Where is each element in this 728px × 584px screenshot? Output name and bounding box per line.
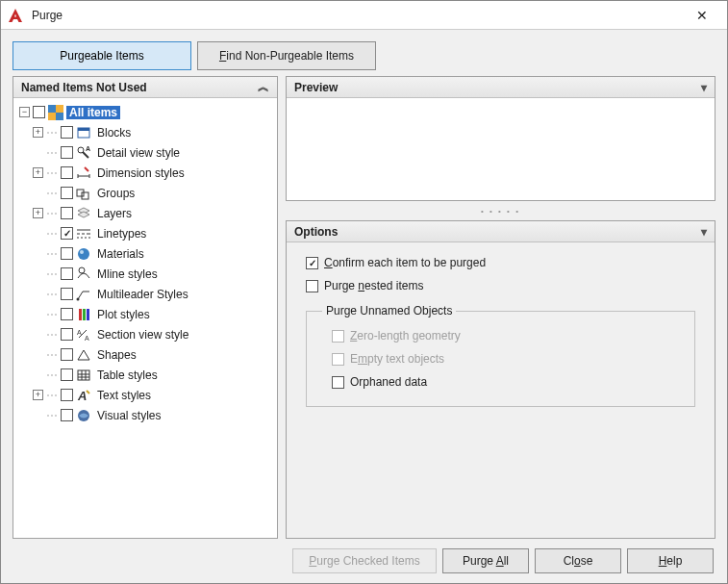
svg-text:A: A xyxy=(77,329,82,336)
tree-item-checkbox[interactable] xyxy=(61,247,73,260)
expand-arrow-icon: ▾ xyxy=(701,81,707,94)
tree-item-label[interactable]: Section view style xyxy=(94,328,191,342)
tree-item-checkbox[interactable] xyxy=(61,267,73,280)
tree-item-checkbox[interactable] xyxy=(61,166,73,179)
tree-item-checkbox[interactable] xyxy=(61,126,73,139)
titlebar: Purge ✕ xyxy=(1,1,727,30)
tree-item-checkbox[interactable] xyxy=(61,389,73,401)
tree-item-checkbox[interactable] xyxy=(61,207,73,219)
tree-connector-icon: ⋯ xyxy=(46,247,58,261)
tree-item-checkbox[interactable] xyxy=(61,368,73,381)
confirm-each-item-checkbox[interactable]: Confirm each item to be purged xyxy=(306,256,695,269)
tab-purgeable-items[interactable]: Purgeable Items xyxy=(13,41,191,70)
dimension-style-icon xyxy=(76,165,91,181)
tree-collapse-toggle[interactable]: − xyxy=(19,107,30,117)
purge-unnamed-group: Purge Unnamed Objects Zero-length geomet… xyxy=(306,304,695,407)
svg-rect-19 xyxy=(78,370,89,380)
tree-item-checkbox[interactable] xyxy=(61,328,73,341)
items-tree[interactable]: − All items + ⋯ Blocks xyxy=(13,98,277,538)
tree-item-checkbox[interactable] xyxy=(61,288,73,300)
purge-nested-checkbox[interactable]: Purge nested items xyxy=(306,279,695,292)
tree-connector-icon: ⋯ xyxy=(46,389,58,402)
preview-title: Preview xyxy=(294,81,338,94)
svg-point-13 xyxy=(77,297,80,300)
help-button[interactable]: Help xyxy=(627,548,714,573)
blocks-icon xyxy=(76,125,91,140)
tree-connector-icon: ⋯ xyxy=(46,267,58,281)
layers-icon xyxy=(76,206,91,221)
materials-icon xyxy=(76,246,91,262)
svg-rect-16 xyxy=(87,309,89,320)
items-panel: Named Items Not Used ︽ − All items + ⋯ xyxy=(13,76,278,539)
preview-panel: Preview ▾ xyxy=(286,76,715,201)
tree-expand-toggle[interactable]: + xyxy=(33,167,43,178)
close-button[interactable]: Close xyxy=(535,548,621,573)
options-header[interactable]: Options ▾ xyxy=(287,221,715,242)
items-panel-title: Named Items Not Used xyxy=(21,81,147,94)
tree-item-label[interactable]: Plot styles xyxy=(94,308,153,321)
tree-item-label[interactable]: Table styles xyxy=(94,368,161,382)
tree-item-checkbox[interactable] xyxy=(61,146,73,159)
tree-expand-toggle[interactable]: + xyxy=(33,390,43,400)
tree-connector-icon: ⋯ xyxy=(46,187,58,200)
tree-item-label[interactable]: Shapes xyxy=(94,348,139,362)
tree-item-checkbox[interactable] xyxy=(61,227,73,240)
text-styles-icon: A xyxy=(76,388,91,403)
close-window-button[interactable]: ✕ xyxy=(683,1,721,29)
tree-item-checkbox[interactable] xyxy=(61,409,73,421)
tree-item-label[interactable]: Detail view style xyxy=(94,146,183,160)
empty-text-checkbox: Empty text objects xyxy=(332,352,679,366)
tree-connector-icon: ⋯ xyxy=(46,146,58,160)
all-items-icon xyxy=(48,105,63,120)
collapse-chevrons-icon: ︽ xyxy=(258,79,269,95)
purge-all-button[interactable]: Purge All xyxy=(442,548,529,573)
tree-item-label[interactable]: Materials xyxy=(94,247,147,261)
detail-view-icon: A xyxy=(76,145,91,161)
svg-rect-2 xyxy=(48,113,56,120)
button-bar: Purge Checked Items Purge All Close Help xyxy=(13,545,715,575)
preview-header[interactable]: Preview ▾ xyxy=(287,77,715,98)
tree-root-label[interactable]: All items xyxy=(66,106,120,119)
tree-item-label[interactable]: Multileader Styles xyxy=(94,288,191,301)
shapes-icon xyxy=(76,347,91,363)
tree-item-checkbox[interactable] xyxy=(61,348,73,361)
svg-rect-1 xyxy=(56,105,63,113)
tree-connector-icon: ⋯ xyxy=(46,126,58,140)
splitter-handle[interactable]: • • • • • xyxy=(286,207,715,215)
svg-text:A: A xyxy=(86,145,90,152)
tree-item-label[interactable]: Text styles xyxy=(94,389,154,402)
tree-connector-icon: ⋯ xyxy=(46,207,58,220)
tree-item-label[interactable]: Mline styles xyxy=(94,267,161,281)
table-styles-icon xyxy=(76,368,91,383)
window-title: Purge xyxy=(32,9,63,22)
tree-root-checkbox[interactable] xyxy=(33,106,45,118)
tab-find-non-purgeable[interactable]: Find Non-Purgeable Items xyxy=(197,41,376,70)
tree-connector-icon: ⋯ xyxy=(46,409,58,422)
tree-expand-toggle[interactable]: + xyxy=(33,127,43,138)
zero-length-checkbox: Zero-length geometry xyxy=(332,329,679,343)
tree-item-label[interactable]: Layers xyxy=(94,207,135,220)
preview-area xyxy=(287,98,715,200)
visual-styles-icon xyxy=(76,408,91,423)
multileader-icon xyxy=(76,287,91,302)
tree-item-checkbox[interactable] xyxy=(61,187,73,199)
purge-unnamed-legend: Purge Unnamed Objects xyxy=(322,304,456,317)
tree-connector-icon: ⋯ xyxy=(46,227,58,241)
svg-point-11 xyxy=(80,250,84,254)
groups-icon xyxy=(76,186,91,201)
tree-item-label[interactable]: Blocks xyxy=(94,126,134,140)
svg-text:A: A xyxy=(85,335,89,342)
tree-item-label[interactable]: Groups xyxy=(94,187,138,200)
expand-arrow-icon: ▾ xyxy=(701,225,707,239)
tree-item-label[interactable]: Linetypes xyxy=(94,227,149,241)
tree-item-checkbox[interactable] xyxy=(61,308,73,320)
items-panel-header[interactable]: Named Items Not Used ︽ xyxy=(13,77,277,98)
orphaned-data-checkbox[interactable]: Orphaned data xyxy=(332,375,679,389)
tree-item-label[interactable]: Dimension styles xyxy=(94,166,188,180)
app-icon xyxy=(7,7,24,24)
tree-item-label[interactable]: Visual styles xyxy=(94,409,163,422)
tree-connector-icon: ⋯ xyxy=(46,348,58,362)
tree-expand-toggle[interactable]: + xyxy=(33,208,43,218)
svg-point-12 xyxy=(79,267,85,273)
tree-connector-icon: ⋯ xyxy=(46,308,58,321)
